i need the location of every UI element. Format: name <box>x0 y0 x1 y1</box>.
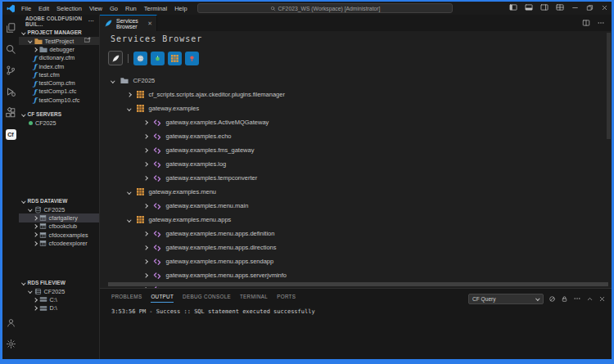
drive-item[interactable]: D:\ <box>19 304 99 312</box>
file-item[interactable]: ƒtestComp1.cfc <box>19 88 99 96</box>
close-panel-button[interactable] <box>598 291 606 306</box>
tree-item[interactable]: gateway.examples.menu <box>100 185 605 199</box>
component-icon <box>153 258 161 266</box>
tree-item[interactable]: CF2025 <box>100 74 605 88</box>
file-item[interactable]: ƒtest.cfm <box>19 70 99 79</box>
tree-item[interactable]: gateway.examples.menu.apps.directions <box>100 240 605 254</box>
menu-view[interactable]: View <box>89 5 102 12</box>
activity-source-control[interactable] <box>2 60 19 81</box>
tree-item[interactable]: gateway.examples.fms_gateway <box>100 143 605 157</box>
drive-icon <box>39 296 47 303</box>
clear-output-button[interactable] <box>549 291 556 306</box>
command-center-search[interactable]: CF2023_WS (Workspace) [Administrator] <box>197 3 453 13</box>
database-item-cfartgallery[interactable]: cfartgallery <box>19 213 99 222</box>
toggle-panel-button[interactable] <box>525 3 533 13</box>
section-project-manager: PROJECT MANAGER TestProject debuggerƒdic… <box>19 28 99 104</box>
file-item[interactable]: ƒtestComp10.cfc <box>19 96 99 104</box>
gateway-services-button[interactable] <box>168 52 182 65</box>
activity-accounts[interactable] <box>2 312 19 333</box>
output-channel-select[interactable]: CF Query <box>468 294 544 304</box>
activity-run-and-debug[interactable] <box>2 81 19 102</box>
tree-item-label: gateway.examples.echo <box>166 133 232 140</box>
file-item[interactable]: ƒtestComp.cfm <box>19 79 99 87</box>
close-tab-icon[interactable]: ✕ <box>147 20 152 27</box>
lock-scroll-button[interactable] <box>561 291 568 306</box>
menu-edit[interactable]: Edit <box>38 5 49 12</box>
activity-coldfusion-builder[interactable]: Cf <box>2 124 19 145</box>
chevron-right-icon <box>143 259 147 263</box>
dataview-server-cf2025[interactable]: CF2025 <box>19 205 99 213</box>
fileview-server-cf2025[interactable]: CF2025 <box>19 287 99 295</box>
add-folder-icon <box>84 37 91 43</box>
tree-item[interactable]: cf_scripts.scripts.ajax.ckeditor.plugins… <box>100 88 605 101</box>
server-item-cf2025[interactable]: CF2025 <box>19 119 99 127</box>
chevron-right-icon <box>143 134 147 138</box>
tree-item[interactable]: gateway.examples.menu.apps.definition <box>100 227 605 240</box>
menu-file[interactable]: File <box>21 5 31 12</box>
tab-services-browser[interactable]: Services Browser ✕ <box>100 15 157 31</box>
tree-item[interactable]: gateway.examples.menu.apps.sendapp <box>100 254 605 268</box>
activity-manage-settings[interactable] <box>2 333 19 354</box>
cf-servers-header[interactable]: CF SERVERS <box>19 110 99 119</box>
minimize-button[interactable] <box>571 4 579 13</box>
project-item-testproject[interactable]: TestProject <box>19 37 99 45</box>
drive-item[interactable]: C:\ <box>19 295 99 303</box>
data-services-button[interactable] <box>185 52 199 65</box>
coldfusion-tool-button[interactable] <box>108 51 123 65</box>
feather-icon <box>111 54 120 63</box>
menu-selection[interactable]: Selection <box>56 5 82 12</box>
tree-item[interactable]: gateway.examples <box>100 101 605 115</box>
tree-item[interactable]: gateway.examples.echo <box>100 129 605 143</box>
tree-item[interactable]: gateway.examples.ActiveMQGateway <box>100 115 605 129</box>
menu-run[interactable]: Run <box>125 5 137 12</box>
tree-item[interactable]: gateway.examples.menu.main <box>100 199 605 213</box>
database-item-cfbookclub[interactable]: cfbookclub <box>19 222 99 231</box>
restore-button[interactable] <box>586 4 594 13</box>
toggle-secondary-sidebar-button[interactable] <box>540 3 549 13</box>
package-icon <box>137 91 144 98</box>
tree-item-label: gateway.examples.tempconverter <box>166 174 258 182</box>
file-item[interactable]: ƒdictionary.cfm <box>19 54 99 62</box>
menu-go[interactable]: Go <box>110 5 118 12</box>
activity-extensions[interactable] <box>2 102 19 124</box>
chevron-right-icon <box>33 298 37 302</box>
restore-icon <box>586 4 594 11</box>
database-item-cfcodeexplorer[interactable]: cfcodeexplorer <box>19 239 99 247</box>
panel-tab-problems[interactable]: PROBLEMS <box>111 289 142 304</box>
toggle-primary-sidebar-button[interactable] <box>509 3 517 13</box>
web-services-button[interactable] <box>133 52 147 65</box>
close-button[interactable] <box>601 4 608 13</box>
activity-explorer[interactable] <box>2 17 19 38</box>
folder-item-debugger[interactable]: debugger <box>19 45 99 53</box>
sidebar-more-actions[interactable]: ··· <box>88 18 94 24</box>
tree-item-label: CF2025 <box>133 77 156 84</box>
customize-layout-button[interactable] <box>556 3 564 13</box>
tree-item[interactable]: gateway.examples.log <box>100 157 605 171</box>
menu-terminal[interactable]: Terminal <box>144 5 167 12</box>
vertical-scrollbar[interactable] <box>607 33 611 139</box>
add-folder-button[interactable] <box>84 37 91 45</box>
horizontal-scrollbar[interactable] <box>108 282 608 286</box>
tree-item[interactable]: gateway.examples.menu.apps <box>100 213 605 227</box>
panel-tab-debug-console[interactable]: DEBUG CONSOLE <box>183 289 231 304</box>
rest-services-button[interactable] <box>151 52 165 65</box>
coldfusion-badge-icon: Cf <box>6 129 16 140</box>
more-actions-button[interactable] <box>573 291 581 306</box>
project-manager-header[interactable]: PROJECT MANAGER <box>19 28 99 37</box>
split-editor-button[interactable] <box>582 16 590 30</box>
panel-tab-terminal[interactable]: TERMINAL <box>240 289 268 304</box>
maximize-panel-button[interactable] <box>586 291 594 306</box>
file-item[interactable]: ƒindex.cfm <box>19 62 99 70</box>
rds-fileview-header[interactable]: RDS FILEVIEW <box>19 278 99 287</box>
panel-tab-output[interactable]: OUTPUT <box>151 289 174 304</box>
server-rack-icon <box>34 288 42 295</box>
activity-search[interactable] <box>2 38 19 60</box>
more-actions-button[interactable] <box>597 16 605 30</box>
panel-tab-ports[interactable]: PORTS <box>277 289 296 304</box>
tree-item[interactable]: gateway.examples.tempconverter <box>100 171 605 185</box>
bottom-panel: PROBLEMSOUTPUTDEBUG CONSOLETERMINALPORTS… <box>100 288 612 359</box>
menu-help[interactable]: Help <box>174 5 187 12</box>
database-item-cfdocexamples[interactable]: cfdocexamples <box>19 231 99 239</box>
rds-dataview-header[interactable]: RDS DATAVIEW <box>19 196 99 205</box>
tree-item[interactable]: gateway.examples.menu.apps.serverjvminfo <box>100 268 605 282</box>
